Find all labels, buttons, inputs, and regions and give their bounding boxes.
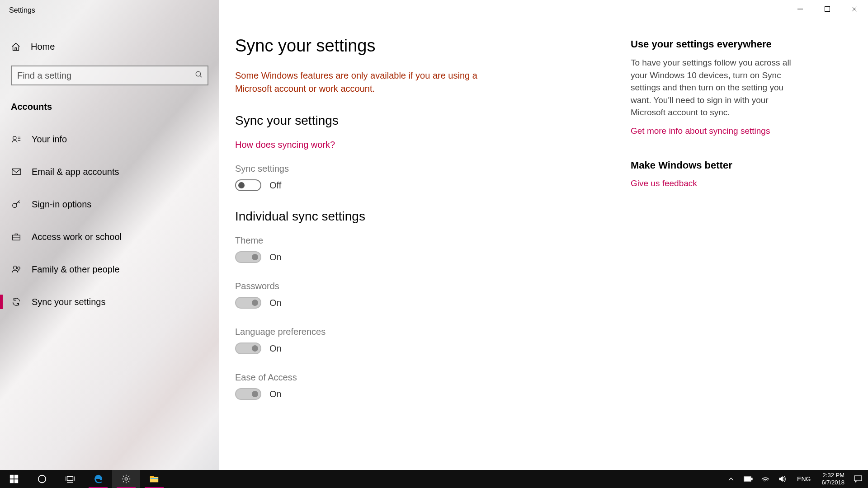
search-icon [195,70,203,80]
ease-toggle [235,388,261,400]
toggle-knob [252,391,258,397]
sidebar-item-label: Email & app accounts [32,167,119,177]
taskbar-left [0,470,168,488]
more-info-link[interactable]: Get more info about syncing settings [631,125,802,137]
sync-settings-state: Off [269,180,281,191]
svg-rect-22 [67,477,73,481]
svg-line-6 [200,75,202,77]
how-syncing-link[interactable]: How does syncing work? [235,140,335,150]
app-title: Settings [0,0,219,22]
ease-state: On [269,389,282,399]
content-area: Sync your settings Some Windows features… [219,0,868,470]
taskbar-right: ENG 2:32 PM 6/7/2018 [725,470,868,488]
tray-chevron-icon[interactable] [725,470,737,488]
passwords-toggle [235,297,261,309]
sync-settings-label: Sync settings [235,164,631,174]
ease-setting: Ease of Access On [235,372,631,400]
language-label: Language preferences [235,327,631,337]
theme-setting: Theme On [235,235,631,263]
theme-label: Theme [235,235,631,246]
clock[interactable]: 2:32 PM 6/7/2018 [819,472,847,486]
sync-icon [11,296,22,307]
sidebar-item-work[interactable]: Access work or school [0,221,219,253]
feedback-link[interactable]: Give us feedback [631,178,802,190]
wifi-icon[interactable] [759,470,772,488]
theme-toggle [235,251,261,263]
window-controls [787,0,868,18]
svg-rect-20 [14,479,18,483]
sync-settings-block: Sync settings Off [235,164,631,191]
ease-label: Ease of Access [235,372,631,383]
edge-button[interactable] [84,470,112,488]
start-button[interactable] [0,470,28,488]
language-indicator[interactable]: ENG [793,475,814,483]
sidebar-item-label: Sign-in options [32,199,91,210]
settings-taskbar-button[interactable] [112,470,140,488]
individual-heading: Individual sync settings [235,209,631,224]
sidebar-section-label: Accounts [0,85,219,117]
use-everywhere-text: To have your settings follow you across … [631,56,802,119]
account-warning: Some Windows features are only available… [235,69,515,95]
explorer-button[interactable] [140,470,168,488]
theme-state: On [269,252,282,263]
settings-window: Settings Home Accounts Y [0,0,868,470]
toggle-knob [252,300,258,306]
svg-point-12 [13,203,17,207]
page-title: Sync your settings [235,36,631,56]
passwords-state: On [269,298,282,308]
task-view-button[interactable] [56,470,84,488]
clock-time: 2:32 PM [821,472,844,479]
info-column: Use your settings everywhere To have you… [631,36,802,470]
svg-rect-11 [12,169,20,175]
toggle-knob [252,254,258,260]
sidebar-item-email[interactable]: Email & app accounts [0,155,219,188]
sidebar-item-your-info[interactable]: Your info [0,123,219,155]
briefcase-icon [11,231,22,242]
mail-icon [11,166,22,177]
close-button[interactable] [841,0,868,18]
home-nav[interactable]: Home [0,22,219,52]
svg-rect-33 [854,476,862,481]
svg-point-7 [13,136,16,140]
passwords-label: Passwords [235,281,631,291]
clock-date: 6/7/2018 [821,479,844,486]
people-icon [11,264,22,275]
person-card-icon [11,134,22,145]
sidebar-item-label: Family & other people [32,264,120,275]
minimize-button[interactable] [787,0,814,18]
svg-point-26 [125,478,127,480]
sidebar-item-sync[interactable]: Sync your settings [0,286,219,318]
maximize-button[interactable] [814,0,841,18]
cortana-button[interactable] [28,470,56,488]
language-setting: Language preferences On [235,327,631,354]
action-center-icon[interactable] [852,470,864,488]
home-icon [11,42,21,52]
passwords-setting: Passwords On [235,281,631,309]
volume-icon[interactable] [776,470,789,488]
svg-rect-32 [745,477,750,481]
svg-point-21 [38,475,46,483]
svg-rect-17 [10,475,14,479]
toggle-knob [252,345,258,352]
make-better-heading: Make Windows better [631,160,802,171]
sidebar-nav: Your info Email & app accounts Sign-in o… [0,117,219,318]
search-input[interactable] [11,66,208,85]
sidebar-item-label: Your info [32,134,67,145]
sidebar-item-family[interactable]: Family & other people [0,253,219,286]
svg-point-16 [18,267,20,270]
svg-rect-18 [14,475,18,479]
sidebar-item-label: Sync your settings [32,297,105,307]
language-state: On [269,343,282,354]
search-field-wrap [11,66,208,85]
sidebar-item-signin[interactable]: Sign-in options [0,188,219,221]
sidebar-item-label: Access work or school [32,232,122,242]
sync-settings-toggle[interactable] [235,179,261,191]
svg-rect-29 [151,478,158,479]
battery-icon[interactable] [742,470,755,488]
svg-rect-13 [13,235,20,240]
svg-rect-19 [10,479,14,483]
svg-rect-31 [751,478,752,480]
svg-rect-28 [150,476,154,478]
svg-rect-4 [15,47,17,50]
toggle-knob [238,182,245,188]
